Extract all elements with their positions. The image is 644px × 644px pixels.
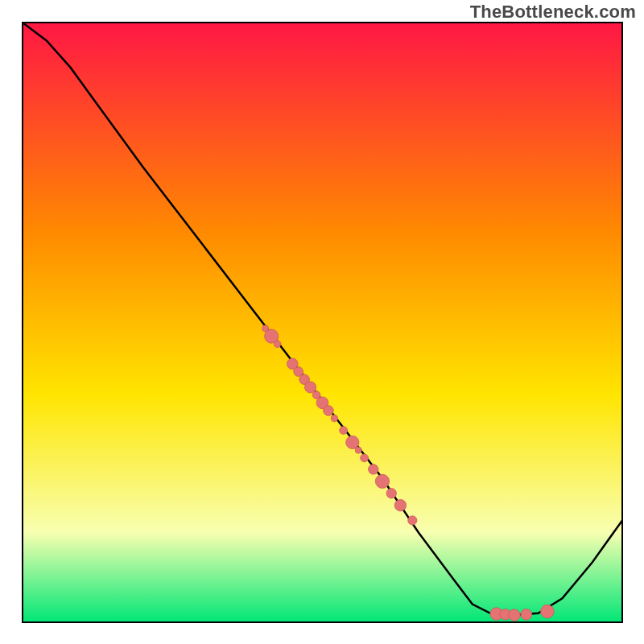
data-marker xyxy=(541,605,555,618)
data-marker xyxy=(324,406,334,416)
data-marker xyxy=(340,427,348,435)
data-marker xyxy=(521,609,532,620)
data-marker xyxy=(361,454,369,462)
data-marker xyxy=(375,474,389,488)
data-marker xyxy=(394,500,406,511)
data-marker xyxy=(331,415,337,422)
data-marker xyxy=(305,382,316,393)
data-marker xyxy=(274,341,281,348)
data-marker xyxy=(386,489,396,498)
data-marker xyxy=(355,447,361,453)
chart-svg xyxy=(0,0,644,644)
plot-background xyxy=(23,23,622,622)
data-marker xyxy=(408,516,417,525)
data-marker xyxy=(369,464,378,474)
chart-stage: TheBottleneck.com xyxy=(0,0,644,644)
data-marker xyxy=(509,609,521,621)
